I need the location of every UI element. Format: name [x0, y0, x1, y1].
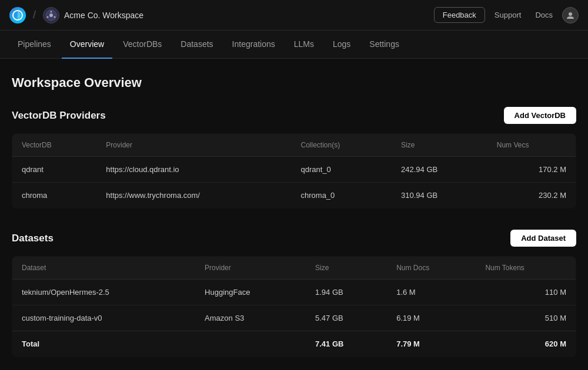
footer-label: Total — [12, 331, 196, 357]
svg-point-6 — [569, 12, 572, 16]
ds-numdocs: 6.19 M — [387, 305, 476, 331]
table-row: teknium/OpenHermes-2.5 HuggingFace 1.94 … — [12, 280, 576, 305]
ds-size: 5.47 GB — [306, 305, 387, 331]
vectordb-section-title: VectorDB Providers — [12, 110, 106, 122]
vdb-numvecs: 230.2 M — [487, 183, 576, 208]
vdb-numvecs: 170.2 M — [487, 157, 576, 183]
footer-numtokens: 620 M — [476, 331, 576, 357]
nav-settings[interactable]: Settings — [361, 31, 407, 59]
secondary-nav: Pipelines Overview VectorDBs Datasets In… — [0, 31, 588, 59]
ds-provider: Amazon S3 — [195, 305, 306, 331]
col-size: Size — [306, 257, 387, 280]
main-content: Workspace Overview VectorDB Providers Ad… — [0, 59, 588, 370]
ds-provider: HuggingFace — [195, 280, 306, 305]
vdb-name: chroma — [12, 183, 97, 208]
col-numdocs: Num Docs — [387, 257, 476, 280]
nav-integrations[interactable]: Integrations — [224, 31, 283, 59]
col-provider: Provider — [195, 257, 306, 280]
ds-numtokens: 110 M — [476, 280, 576, 305]
add-dataset-button[interactable]: Add Dataset — [510, 230, 576, 247]
ds-numtokens: 510 M — [476, 305, 576, 331]
table-row: chroma https://www.trychroma.com/ chroma… — [12, 183, 576, 208]
vectordb-section-header: VectorDB Providers Add VectorDB — [12, 107, 576, 124]
footer-provider — [195, 331, 306, 357]
datasets-section-title: Datasets — [12, 233, 54, 244]
vdb-provider: https://cloud.qdrant.io — [96, 157, 291, 183]
vectordb-table: VectorDB Provider Collection(s) Size Num… — [12, 133, 576, 208]
user-avatar[interactable] — [562, 7, 579, 23]
svg-point-3 — [51, 11, 52, 12]
ds-numdocs: 1.6 M — [387, 280, 476, 305]
col-provider: Provider — [96, 134, 291, 157]
col-vectordb: VectorDB — [12, 134, 97, 157]
ds-size: 1.94 GB — [306, 280, 387, 305]
nav-llms[interactable]: LLMs — [286, 31, 322, 59]
table-row: qdrant https://cloud.qdrant.io qdrant_0 … — [12, 157, 576, 183]
svg-point-4 — [54, 16, 56, 18]
nav-vectordbs[interactable]: VectorDBs — [115, 31, 170, 59]
nav-datasets[interactable]: Datasets — [172, 31, 221, 59]
col-numtokens: Num Tokens — [476, 257, 576, 280]
logo-area: / Acme Co. Workspace — [9, 7, 143, 23]
col-collections: Collection(s) — [292, 134, 392, 157]
nav-pipelines[interactable]: Pipelines — [9, 31, 59, 59]
add-vectordb-button[interactable]: Add VectorDB — [504, 107, 576, 124]
docs-link[interactable]: Docs — [530, 8, 557, 22]
footer-size: 7.41 GB — [306, 331, 387, 357]
table-row: custom-training-data-v0 Amazon S3 5.47 G… — [12, 305, 576, 331]
nav-divider: / — [33, 9, 36, 21]
vdb-size: 242.94 GB — [392, 157, 487, 183]
workspace-name: Acme Co. Workspace — [64, 11, 143, 20]
vdb-collection: chroma_0 — [292, 183, 392, 208]
vdb-name: qdrant — [12, 157, 97, 183]
vdb-provider: https://www.trychroma.com/ — [96, 183, 291, 208]
col-size: Size — [392, 134, 487, 157]
datasets-total-row: Total 7.41 GB 7.79 M 620 M — [12, 331, 576, 357]
svg-point-5 — [47, 16, 49, 18]
col-numvecs: Num Vecs — [487, 134, 576, 157]
nav-logs[interactable]: Logs — [325, 31, 359, 59]
workspace-icon — [43, 7, 59, 23]
support-link[interactable]: Support — [490, 8, 526, 22]
ds-name: teknium/OpenHermes-2.5 — [12, 280, 196, 305]
datasets-section: Datasets Add Dataset Dataset Provider Si… — [12, 230, 576, 357]
vectordb-section: VectorDB Providers Add VectorDB VectorDB… — [12, 107, 576, 208]
datasets-section-header: Datasets Add Dataset — [12, 230, 576, 247]
svg-point-2 — [49, 14, 53, 17]
nav-overview[interactable]: Overview — [62, 31, 112, 59]
footer-numdocs: 7.79 M — [387, 331, 476, 357]
datasets-table: Dataset Provider Size Num Docs Num Token… — [12, 256, 576, 357]
col-dataset: Dataset — [12, 257, 196, 280]
app-logo — [9, 7, 26, 23]
ds-name: custom-training-data-v0 — [12, 305, 196, 331]
vdb-size: 310.94 GB — [392, 183, 487, 208]
feedback-button[interactable]: Feedback — [434, 7, 485, 23]
page-title: Workspace Overview — [12, 75, 576, 90]
top-nav: / Acme Co. Workspace Feedback Support Do… — [0, 0, 588, 31]
nav-actions: Feedback Support Docs — [434, 7, 579, 23]
vdb-collection: qdrant_0 — [292, 157, 392, 183]
